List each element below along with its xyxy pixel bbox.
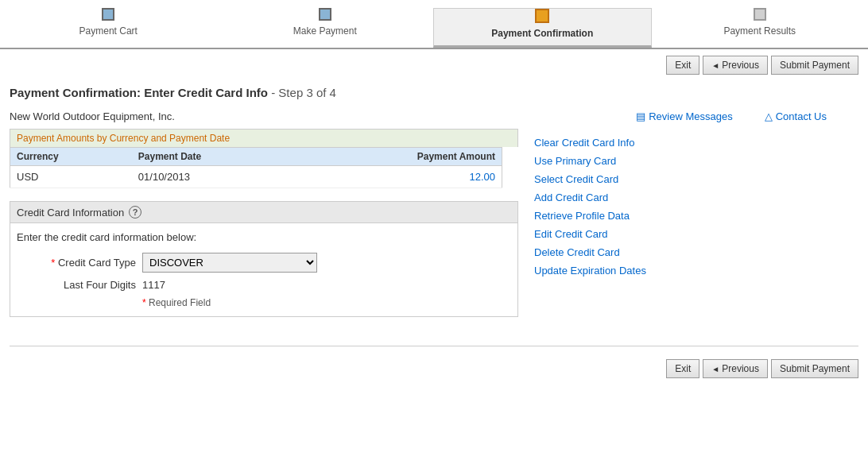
payment-section-header: Payment Amounts by Currency and Payment … xyxy=(10,129,518,147)
exit-button-bottom[interactable]: Exit xyxy=(666,359,699,378)
table-header-row: Currency Payment Date Payment Amount xyxy=(10,148,502,166)
step-label-payment-cart: Payment Cart xyxy=(79,25,138,37)
step-circle-payment-confirmation xyxy=(535,9,549,23)
cc-last-four-row: Last Four Digits 1117 xyxy=(17,279,511,291)
wizard-step-payment-confirmation[interactable]: Payment Confirmation xyxy=(433,8,652,48)
add-cc-link[interactable]: Add Credit Card xyxy=(534,190,858,205)
cc-last-four-value: 1117 xyxy=(142,279,165,291)
main-layout: Payment Amounts by Currency and Payment … xyxy=(10,129,858,330)
step-info: - Step 3 of 4 xyxy=(271,86,336,99)
step-circle-payment-cart xyxy=(102,8,114,21)
cc-instruction: Enter the credit card information below: xyxy=(17,231,511,243)
submit-payment-button-bottom[interactable]: Submit Payment xyxy=(771,359,858,378)
bottom-divider xyxy=(10,346,858,346)
submit-payment-button-top[interactable]: Submit Payment xyxy=(771,56,858,75)
step-label-payment-results: Payment Results xyxy=(723,25,796,37)
step-label-make-payment: Make Payment xyxy=(293,25,357,37)
review-messages-icon xyxy=(636,110,645,122)
step-circle-payment-results xyxy=(754,8,766,21)
page-title: Payment Confirmation: Enter Credit Card … xyxy=(0,81,868,107)
cc-type-row: * Credit Card Type DISCOVERVISAMASTERCAR… xyxy=(17,253,511,273)
previous-button-bottom[interactable]: Previous xyxy=(703,359,768,378)
credit-card-section: Credit Card Information ? Enter the cred… xyxy=(10,201,518,317)
step-label-payment-confirmation: Payment Confirmation xyxy=(491,28,593,39)
step-circle-make-payment xyxy=(319,8,331,21)
cell-currency: USD xyxy=(10,166,132,188)
company-row: New World Outdoor Equipment, Inc. Review… xyxy=(10,107,858,129)
cc-last-four-label: Last Four Digits xyxy=(17,279,136,291)
cc-section-body: Enter the credit card information below:… xyxy=(10,223,517,316)
wizard-nav: Payment Cart Make Payment Payment Confir… xyxy=(0,0,868,49)
previous-button-top[interactable]: Previous xyxy=(703,56,768,75)
contact-icon xyxy=(765,110,773,122)
edit-cc-link[interactable]: Edit Credit Card xyxy=(534,226,858,242)
update-expiration-link[interactable]: Update Expiration Dates xyxy=(534,263,858,278)
help-icon[interactable]: ? xyxy=(129,206,141,219)
use-primary-link[interactable]: Use Primary Card xyxy=(534,153,858,168)
cell-amount: 12.00 xyxy=(300,166,502,188)
wizard-step-payment-results[interactable]: Payment Results xyxy=(652,8,869,43)
delete-cc-link[interactable]: Delete Credit Card xyxy=(534,245,858,260)
right-column: Clear Credit Card InfoUse Primary CardSe… xyxy=(518,129,858,330)
review-messages-link[interactable]: Review Messages xyxy=(636,110,733,122)
col-payment-date: Payment Date xyxy=(132,148,300,166)
clear-cc-link[interactable]: Clear Credit Card Info xyxy=(534,135,858,150)
left-column: Payment Amounts by Currency and Payment … xyxy=(10,129,518,330)
table-row: USD 01/10/2013 12.00 xyxy=(10,166,502,188)
required-note: * Required Field xyxy=(142,297,511,308)
col-payment-amount: Payment Amount xyxy=(300,148,502,166)
payment-table: Currency Payment Date Payment Amount USD… xyxy=(10,147,502,188)
select-cc-link[interactable]: Select Credit Card xyxy=(534,172,858,187)
exit-button-top[interactable]: Exit xyxy=(666,56,699,75)
contact-us-link[interactable]: Contact Us xyxy=(765,110,827,122)
cc-section-header: Credit Card Information ? xyxy=(10,202,517,223)
company-name: New World Outdoor Equipment, Inc. xyxy=(10,110,636,122)
prev-icon-bottom xyxy=(711,363,719,374)
top-toolbar: Exit Previous Submit Payment xyxy=(0,49,868,81)
cc-type-select[interactable]: DISCOVERVISAMASTERCARDAMEX xyxy=(142,253,317,273)
prev-icon-top xyxy=(711,60,719,71)
wizard-step-payment-cart[interactable]: Payment Cart xyxy=(0,8,217,43)
main-content: New World Outdoor Equipment, Inc. Review… xyxy=(0,107,868,346)
wizard-step-make-payment[interactable]: Make Payment xyxy=(217,8,434,43)
bottom-toolbar: Exit Previous Submit Payment xyxy=(0,353,868,385)
cell-date: 01/10/2013 xyxy=(132,166,300,188)
col-currency: Currency xyxy=(10,148,132,166)
cc-type-label: * Credit Card Type xyxy=(17,257,136,269)
retrieve-profile-link[interactable]: Retrieve Profile Data xyxy=(534,208,858,223)
